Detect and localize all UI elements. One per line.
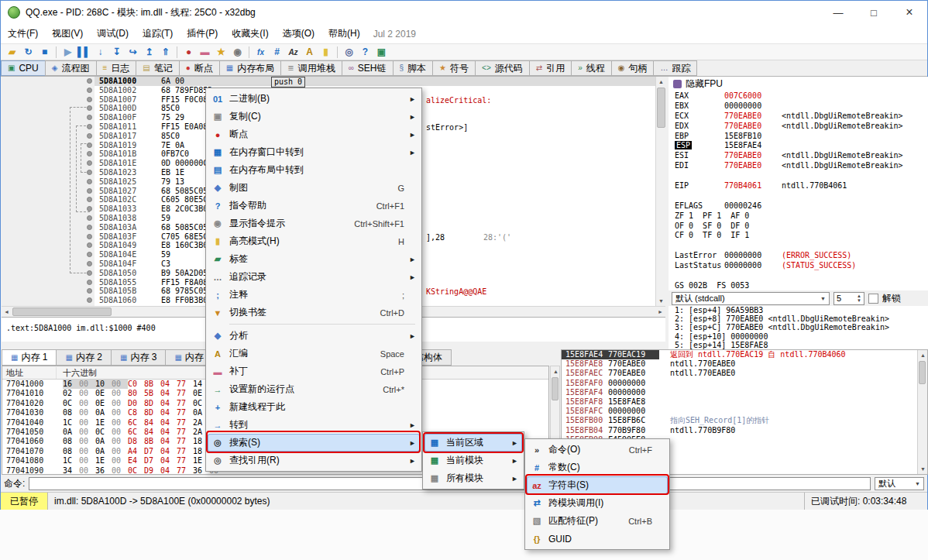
- stack-row[interactable]: 15E8FB0015E8FB6C指向SEH_Record[1]的指针: [562, 416, 927, 425]
- menu-item-trace-record[interactable]: …追踪记录►: [208, 268, 420, 286]
- tab-script[interactable]: §脚本: [393, 60, 434, 76]
- pause-icon[interactable]: ▌▌: [76, 45, 92, 59]
- register-line[interactable]: OF 0 SF 0 DF 0: [669, 222, 928, 232]
- stack-row[interactable]: 15E8FAF815E8FAE8: [562, 397, 927, 407]
- register-eflags[interactable]: EFLAGS00000246: [669, 201, 928, 211]
- register-esi[interactable]: ESI770EABE0 <ntdll.DbgUiRemoteBreakin>: [669, 151, 928, 161]
- breakpoint-bullet-icon[interactable]: [87, 115, 92, 120]
- tab-memory-map[interactable]: ▦内存布局: [219, 60, 281, 76]
- stack-row[interactable]: 15E8FAE4770EAC19返回到 ntdll.770EAC19 自 ntd…: [562, 350, 927, 359]
- register-eax[interactable]: EAX007C6000: [669, 91, 928, 101]
- menu-item-current-region[interactable]: ▦当前区域►: [424, 434, 522, 452]
- register-line[interactable]: [669, 271, 928, 281]
- command-type-select[interactable]: 默认 ▼: [875, 477, 924, 490]
- breakpoint-bullet-icon[interactable]: [87, 242, 92, 248]
- breakpoint-bullet-icon[interactable]: [87, 78, 92, 84]
- breakpoint-bullet-icon[interactable]: [87, 206, 92, 211]
- breakpoint-bullet-icon[interactable]: [87, 170, 92, 175]
- menu-item-mnemonic-brief[interactable]: ◉显示指令提示Ctrl+Shift+F1: [208, 215, 420, 232]
- stop-icon[interactable]: ■: [36, 45, 53, 59]
- menu-item-find-references[interactable]: ◎查找引用(R)►: [208, 452, 420, 469]
- tab-source[interactable]: <>源代码: [475, 60, 530, 76]
- breakpoint-bullet-icon[interactable]: [87, 252, 92, 257]
- dump-tab-dump1[interactable]: ▦内存 1: [2, 349, 57, 366]
- breakpoint-bullet-icon[interactable]: [87, 97, 92, 102]
- assemble-icon[interactable]: A: [301, 45, 318, 59]
- menu-item-all-modules[interactable]: ▦所有模块►: [424, 469, 522, 487]
- tab-symbols[interactable]: ★符号: [432, 60, 476, 76]
- tab-references[interactable]: ⇄引用: [529, 60, 572, 76]
- breakpoint-bullet-icon[interactable]: [87, 225, 92, 230]
- argument-row[interactable]: 1: [esp+4] 96A59BB3: [669, 306, 928, 314]
- menu-item-guid[interactable]: {}GUID: [527, 530, 668, 548]
- menu-item-string-references[interactable]: az字符串(S): [527, 476, 668, 494]
- step-over-icon[interactable]: ↪: [125, 45, 141, 59]
- execute-till-return-icon[interactable]: ⇑: [157, 45, 174, 59]
- scrollbar-thumb[interactable]: [657, 88, 665, 128]
- scroll-left-icon[interactable]: ◄: [2, 307, 12, 317]
- register-edx[interactable]: EDX770EABE0 <ntdll.DbgUiRemoteBreakin>: [669, 122, 928, 132]
- patch-icon[interactable]: ▬: [197, 45, 213, 59]
- breakpoint-bullet-icon[interactable]: [87, 197, 92, 202]
- menu-item-comment[interactable]: ;注释;: [208, 286, 420, 304]
- breakpoint-bullet-icon[interactable]: [87, 270, 92, 276]
- dump-tab-dump3[interactable]: ▦内存 3: [111, 349, 166, 366]
- scrollbar-thumb[interactable]: [552, 377, 559, 400]
- minimize-button[interactable]: —: [820, 1, 856, 24]
- stack-row[interactable]: 15E8FAEC770EABE0ntdll.770EABE0: [562, 369, 927, 378]
- tab-notes[interactable]: ▤笔记: [136, 60, 179, 76]
- run-icon[interactable]: ▶: [60, 45, 76, 59]
- restart-icon[interactable]: ↻: [20, 45, 36, 59]
- tab-trace[interactable]: …跟踪: [653, 60, 697, 76]
- menu-item-goto[interactable]: →转到►: [208, 416, 420, 434]
- tab-breakpoints[interactable]: ●断点: [179, 60, 220, 76]
- tab-handles[interactable]: ◉句柄: [611, 60, 655, 76]
- tab-call-stack[interactable]: ≣调用堆栈: [280, 60, 342, 76]
- register-line[interactable]: ZF 1 PF 1 AF 0: [669, 211, 928, 222]
- breakpoint-bullet-icon[interactable]: [87, 151, 92, 156]
- run-to-cursor-icon[interactable]: ↓: [92, 45, 108, 59]
- menubar-item[interactable]: 追踪(T): [136, 24, 180, 43]
- register-line[interactable]: [669, 171, 928, 181]
- menubar-item[interactable]: 插件(P): [180, 24, 225, 43]
- breakpoint-bullet-icon[interactable]: [87, 288, 92, 294]
- stepper-arrows-icon[interactable]: ▲▼: [857, 294, 861, 303]
- tab-threads[interactable]: »线程: [571, 60, 612, 76]
- step-out-icon[interactable]: ↥: [141, 45, 157, 59]
- register-ecx[interactable]: ECX770EABE0 <ntdll.DbgUiRemoteBreakin>: [669, 112, 928, 122]
- scrollbar-thumb[interactable]: [12, 307, 112, 316]
- menu-item-analysis[interactable]: ◆分析►: [208, 327, 420, 345]
- menu-item-current-module[interactable]: ▦当前模块►: [424, 452, 522, 469]
- close-button[interactable]: ×: [892, 1, 927, 24]
- menu-item-copy[interactable]: ▣复制(C)►: [208, 108, 420, 125]
- breakpoint-bullet-icon[interactable]: [87, 280, 92, 285]
- menu-item-follow-in-memory-map[interactable]: ▤在内存布局中转到: [208, 161, 420, 179]
- breakpoint-bullet-icon[interactable]: [87, 88, 92, 93]
- register-lasterror[interactable]: LastError00000000 (ERROR_SUCCESS): [669, 251, 928, 261]
- menu-item-follow-in-dump[interactable]: ▦在内存窗口中转到►: [208, 143, 420, 161]
- unlock-checkbox[interactable]: [868, 294, 878, 304]
- scroll-up-icon[interactable]: ▲: [918, 350, 928, 360]
- breakpoint-bullet-icon[interactable]: [87, 261, 92, 266]
- menu-item-constant[interactable]: #常数(C): [527, 459, 668, 476]
- breakpoint-bullet-icon[interactable]: [87, 234, 92, 239]
- help-icon[interactable]: ?: [357, 45, 373, 59]
- hide-fpu-button[interactable]: 隐藏FPU: [669, 77, 928, 91]
- register-edi[interactable]: EDI770EABE0 <ntdll.DbgUiRemoteBreakin>: [669, 161, 928, 171]
- menu-item-label[interactable]: ▰标签►: [208, 250, 420, 268]
- stack-scrollbar[interactable]: ▲ ▼: [917, 350, 927, 474]
- menu-item-intermodular-calls[interactable]: ⇄跨模块调用(I): [527, 494, 668, 512]
- scroll-up-icon[interactable]: ▲: [551, 366, 561, 376]
- fx-icon[interactable]: fx: [253, 45, 269, 59]
- breakpoint-bullet-icon[interactable]: [87, 179, 92, 184]
- highlighter-icon[interactable]: ▮: [318, 45, 334, 59]
- calling-convention-select[interactable]: 默认 (stdcall) ▼: [672, 292, 830, 305]
- menubar-item[interactable]: 收藏夹(I): [225, 24, 275, 43]
- preferences-icon[interactable]: ◎: [341, 45, 357, 59]
- script-icon[interactable]: ●: [180, 45, 197, 59]
- disassembly-vertical-scrollbar[interactable]: ▲ ▼: [655, 77, 665, 306]
- menubar-item[interactable]: 调试(D): [90, 24, 136, 43]
- menu-item-instruction-help[interactable]: ?指令帮助Ctrl+F1: [208, 197, 420, 215]
- register-line[interactable]: [669, 241, 928, 251]
- constant-hash-icon[interactable]: #: [269, 45, 285, 59]
